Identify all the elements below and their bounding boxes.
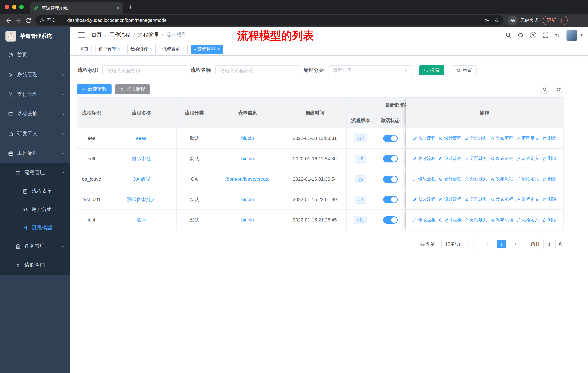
- active-toggle[interactable]: [383, 175, 398, 183]
- action-design-process[interactable]: 设计流程: [439, 135, 462, 141]
- user-avatar[interactable]: [567, 30, 578, 40]
- sidebar-item-infrastructure[interactable]: 基础设施: [0, 104, 70, 124]
- action-publish-process[interactable]: 发布流程: [490, 196, 513, 202]
- close-icon[interactable]: ×: [118, 47, 120, 52]
- import-process-button[interactable]: 导入流程: [115, 84, 150, 94]
- process-category-select[interactable]: 流程分类: [328, 65, 412, 75]
- close-icon[interactable]: ×: [217, 47, 220, 52]
- page-number-button[interactable]: 1: [497, 240, 506, 248]
- action-delete[interactable]: 删除: [542, 176, 556, 182]
- next-page-button[interactable]: ›: [511, 239, 520, 249]
- close-icon[interactable]: ×: [181, 47, 184, 52]
- reset-button[interactable]: 重置: [452, 65, 477, 75]
- action-edit-process[interactable]: 修改流程: [413, 156, 436, 162]
- action-edit-process[interactable]: 修改流程: [413, 196, 436, 202]
- active-toggle[interactable]: [383, 155, 398, 162]
- refresh-table-button[interactable]: [554, 84, 563, 94]
- browser-update-button[interactable]: 更新 ⋮: [543, 16, 567, 25]
- password-key-icon[interactable]: [484, 18, 490, 23]
- browser-tab[interactable]: 芋道管理系统 ×: [30, 2, 123, 14]
- forward-button[interactable]: [13, 15, 23, 25]
- tag-process-model-active[interactable]: ● 流程模型 ×: [191, 45, 223, 54]
- sidebar-item-process-management[interactable]: 流程管理: [0, 163, 70, 182]
- sidebar-item-payment[interactable]: 支付管理: [0, 84, 70, 104]
- active-toggle[interactable]: [383, 135, 398, 142]
- process-name-input[interactable]: [215, 65, 299, 75]
- action-assign-rule[interactable]: 分配规则: [464, 176, 487, 182]
- new-tab-button[interactable]: +: [128, 3, 132, 10]
- action-process-definition[interactable]: 流程定义: [516, 196, 539, 202]
- back-button[interactable]: [4, 15, 13, 25]
- action-assign-rule[interactable]: 分配规则: [464, 196, 487, 202]
- action-assign-rule[interactable]: 分配规则: [464, 135, 487, 141]
- tag-tenant[interactable]: 租户管理 ×: [95, 45, 124, 54]
- show-search-button[interactable]: [540, 84, 549, 94]
- action-delete[interactable]: 删除: [542, 156, 556, 162]
- github-icon[interactable]: [518, 32, 524, 38]
- version-badge[interactable]: v4: [355, 195, 366, 203]
- window-zoom-button[interactable]: [19, 5, 24, 9]
- version-badge[interactable]: v21: [354, 216, 368, 224]
- process-key-input[interactable]: [102, 65, 186, 75]
- form-info-link[interactable]: biubiu: [241, 135, 254, 141]
- active-toggle[interactable]: [383, 216, 398, 223]
- bookmark-star-icon[interactable]: ☆: [494, 17, 499, 24]
- sidebar-item-system[interactable]: 系统管理: [0, 65, 70, 84]
- sidebar-item-home[interactable]: 首页: [0, 45, 70, 65]
- breadcrumb-item[interactable]: 首页: [92, 32, 102, 38]
- tag-process-form[interactable]: 流程表单 ×: [159, 45, 188, 54]
- action-edit-process[interactable]: 修改流程: [413, 176, 436, 182]
- process-name-link[interactable]: eeee: [136, 135, 147, 141]
- process-name-link[interactable]: 测试多审批人: [127, 197, 156, 202]
- process-name-link[interactable]: OA 请假: [133, 176, 150, 181]
- window-close-button[interactable]: [5, 5, 9, 9]
- action-publish-process[interactable]: 发布流程: [490, 217, 513, 223]
- sidebar-item-user-group[interactable]: 用户分组: [0, 200, 70, 219]
- avatar-caret-icon[interactable]: ▾: [580, 33, 583, 38]
- url-text[interactable]: dashboard.yudao.iocoder.cn/bpm/manager/m…: [67, 18, 168, 23]
- form-info-link[interactable]: biubiu: [241, 217, 254, 222]
- address-bar[interactable]: 不安全 dashboard.yudao.iocoder.cn/bpm/manag…: [35, 15, 504, 26]
- action-publish-process[interactable]: 发布流程: [490, 176, 513, 182]
- browser-menu-icon[interactable]: ⋮: [558, 18, 564, 23]
- action-process-definition[interactable]: 流程定义: [516, 176, 539, 182]
- close-icon[interactable]: ×: [150, 47, 152, 52]
- active-toggle[interactable]: [383, 196, 398, 203]
- help-icon[interactable]: ?: [530, 32, 536, 38]
- search-icon[interactable]: [505, 32, 511, 38]
- form-info-link[interactable]: biubiu: [241, 197, 254, 202]
- action-edit-process[interactable]: 修改流程: [413, 135, 436, 141]
- sidebar-item-process-model[interactable]: 流程模型: [0, 219, 70, 237]
- form-info-link[interactable]: /bpm/oa/leave/create: [225, 176, 270, 182]
- action-process-definition[interactable]: 流程定义: [516, 156, 539, 162]
- version-badge[interactable]: v5: [355, 175, 366, 183]
- action-assign-rule[interactable]: 分配规则: [464, 217, 487, 223]
- search-button[interactable]: 搜索: [419, 65, 444, 75]
- action-publish-process[interactable]: 发布流程: [490, 156, 513, 162]
- action-delete[interactable]: 删除: [542, 135, 556, 141]
- action-delete[interactable]: 删除: [542, 217, 556, 223]
- breadcrumb-item[interactable]: 工作流程: [110, 32, 130, 38]
- security-label[interactable]: 不安全: [47, 17, 60, 23]
- action-design-process[interactable]: 设计流程: [439, 217, 462, 223]
- sidebar-collapse-icon[interactable]: [78, 32, 85, 38]
- action-design-process[interactable]: 设计流程: [439, 156, 462, 162]
- create-process-button[interactable]: 新建流程: [77, 84, 112, 94]
- prev-page-button[interactable]: ‹: [483, 239, 492, 249]
- action-publish-process[interactable]: 发布流程: [490, 135, 513, 141]
- action-edit-process[interactable]: 修改流程: [413, 217, 436, 223]
- tab-close-icon[interactable]: ×: [117, 5, 120, 11]
- breadcrumb-item[interactable]: 流程管理: [138, 32, 158, 38]
- action-process-definition[interactable]: 流程定义: [516, 135, 539, 141]
- action-delete[interactable]: 删除: [542, 196, 556, 202]
- sidebar-item-task-management[interactable]: 任务管理: [0, 237, 70, 256]
- action-design-process[interactable]: 设计流程: [439, 196, 462, 202]
- sidebar-item-process-form[interactable]: 流程表单: [0, 182, 70, 200]
- form-info-link[interactable]: biubiu: [241, 156, 254, 161]
- process-name-link[interactable]: 自己审批: [132, 156, 151, 161]
- action-design-process[interactable]: 设计流程: [439, 176, 462, 182]
- sidebar-item-devtools[interactable]: 研发工具: [0, 124, 70, 143]
- sidebar-item-leave-query[interactable]: 请假查询: [0, 256, 70, 275]
- sidebar-item-workflow[interactable]: 工作流程: [0, 143, 70, 163]
- tag-my-process[interactable]: 我的流程 ×: [127, 45, 156, 54]
